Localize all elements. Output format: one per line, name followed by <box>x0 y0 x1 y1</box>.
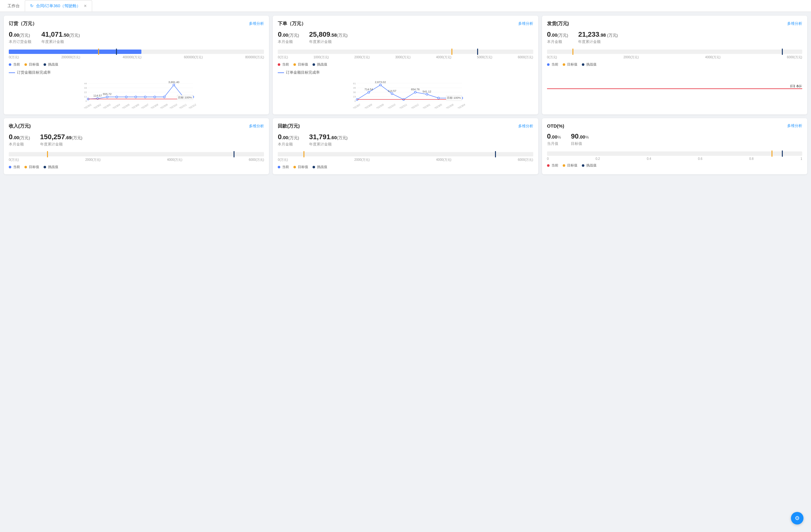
refresh-icon: ↻ <box>30 3 33 8</box>
card-place_order: 下单（万元） 多维分析 0.00(万元) 本月金额 25,809.58(万元) … <box>273 16 538 115</box>
metric-current-value: 0.00(万元) <box>547 30 568 39</box>
legend-row: 当前 目标值 挑战值 <box>9 62 264 67</box>
svg-text:202312: 202312 <box>411 103 419 108</box>
metrics-row: 0.00(万元) 本月订货金额 41,071.50(万元) 年度累计金额 <box>9 30 264 45</box>
svg-text:3,691.40: 3,691.40 <box>168 80 179 84</box>
svg-text:202308: 202308 <box>364 103 373 108</box>
svg-text:202302: 202302 <box>93 103 102 108</box>
metric-current-label: 本月订货金额 <box>9 39 31 45</box>
metric-annual: 150,257.69(万元) 年度累计金额 <box>40 133 82 147</box>
svg-point-28 <box>144 96 146 98</box>
chart-title: 订货金额目标完成率 <box>9 70 264 75</box>
svg-point-65 <box>414 91 416 93</box>
metric-annual-label: 年度累计金额 <box>309 39 348 45</box>
card-link[interactable]: 多维分析 <box>249 123 264 129</box>
card-link[interactable]: 多维分析 <box>787 21 802 26</box>
card-link[interactable]: 多维分析 <box>249 21 264 26</box>
svg-text:541.12: 541.12 <box>423 90 431 93</box>
metric-current-value: 0.00(万元) <box>278 30 299 39</box>
metric-current-value: 0.00(万元) <box>9 30 31 39</box>
dashboard: 订货（万元） 多维分析 0.00(万元) 本月订货金额 41,071.50(万元… <box>0 12 811 178</box>
card-revenue: 收入(万元) 多维分析 0.00(万元) 本月金额 150,257.69(万元)… <box>4 118 269 174</box>
chart-title: 订单金额目标完成率 <box>278 70 533 75</box>
svg-text:555.72: 555.72 <box>103 92 112 96</box>
chart-section: 订货金额目标完成率 0 11 22 33 44 2023012023022023… <box>9 70 264 109</box>
card-title: 下单（万元） <box>278 21 306 27</box>
svg-point-63 <box>391 93 393 95</box>
card-title: 回款(万元) <box>278 123 300 129</box>
svg-point-27 <box>135 96 137 98</box>
svg-text:202304: 202304 <box>457 103 466 108</box>
card-title: 收入(万元) <box>9 123 31 129</box>
svg-text:202308: 202308 <box>150 103 159 108</box>
svg-text:202305: 202305 <box>122 103 131 108</box>
card-header: 订货（万元） 多维分析 <box>9 21 264 27</box>
metric-annual: 25,809.58(万元) 年度累计金额 <box>309 30 348 45</box>
svg-text:2,673.02: 2,673.02 <box>375 80 386 84</box>
tab-contract360-label: 合同/订单360（驾驶舱） <box>36 3 80 8</box>
metric-current-value: 0.00(万元) <box>9 133 30 141</box>
svg-text:22: 22 <box>84 91 87 94</box>
metric-current: 0.00(万元) 本月金额 <box>278 30 299 45</box>
card-header: 发货(万元) 多维分析 <box>547 21 802 27</box>
metric-current-label: 本月金额 <box>547 39 568 45</box>
metrics-row: 0.00(万元) 本月金额 21,233.98 (万元) 年度累计金额 <box>547 30 802 45</box>
metric-annual: 41,071.50(万元) 年度累计金额 <box>41 30 80 45</box>
card-payment: 回款(万元) 多维分析 0.00(万元) 本月金额 31,791.60(万元) … <box>273 118 538 174</box>
svg-point-66 <box>426 93 428 95</box>
metric-current-label: 当月值 <box>547 141 561 147</box>
tab-contract360[interactable]: ↻ 合同/订单360（驾驶舱） ✕ <box>25 0 92 12</box>
svg-point-24 <box>106 96 108 98</box>
card-shipment: 发货(万元) 多维分析 0.00(万元) 本月金额 21,233.98 (万元)… <box>542 16 807 115</box>
svg-text:11: 11 <box>84 95 87 98</box>
metric-current-label: 本月金额 <box>278 142 299 147</box>
svg-text:202305: 202305 <box>434 103 443 108</box>
metric-annual-label: 目标值 <box>571 141 589 147</box>
metric-annual-label: 年度累计金额 <box>309 142 348 147</box>
metric-annual-label: 年度累计金额 <box>578 39 617 45</box>
svg-point-31 <box>173 84 174 86</box>
card-title: OTD(%) <box>547 123 564 128</box>
metric-annual-value: 90.00% <box>571 132 589 140</box>
svg-point-26 <box>125 96 127 98</box>
card-header: 回款(万元) 多维分析 <box>278 123 533 129</box>
metric-current-value: 0.00(万元) <box>278 133 299 141</box>
svg-text:61: 61 <box>353 82 356 85</box>
metric-annual-value: 150,257.69(万元) <box>40 133 82 141</box>
metric-annual: 31,791.60(万元) 年度累计金额 <box>309 133 348 147</box>
svg-point-29 <box>154 96 156 98</box>
card-link[interactable]: 多维分析 <box>787 123 802 128</box>
metrics-row: 0.00% 当月值 90.00% 目标值 <box>547 132 802 147</box>
svg-text:202307: 202307 <box>140 103 149 108</box>
metric-current-value: 0.00% <box>547 132 561 140</box>
metric-current: 0.00(万元) 本月金额 <box>547 30 568 45</box>
card-link[interactable]: 多维分析 <box>518 21 533 26</box>
svg-text:202306: 202306 <box>445 103 454 108</box>
card-title: 订货（万元） <box>9 21 37 27</box>
metric-annual-value: 21,233.98 (万元) <box>578 30 617 39</box>
metric-current: 0.00% 当月值 <box>547 132 561 147</box>
svg-text:15: 15 <box>353 95 356 98</box>
svg-point-30 <box>163 96 165 98</box>
metrics-row: 0.00(万元) 本月金额 150,257.69(万元) 年度累计金额 <box>9 133 264 147</box>
card-link[interactable]: 多维分析 <box>518 123 533 129</box>
svg-point-23 <box>97 97 99 100</box>
svg-text:0: 0 <box>86 100 87 103</box>
svg-text:202310: 202310 <box>387 103 396 108</box>
svg-point-62 <box>380 84 382 86</box>
svg-text:202310: 202310 <box>169 103 178 108</box>
metric-current: 0.00(万元) 本月订货金额 <box>9 30 31 45</box>
legend-row: 当前 目标值 挑战值 <box>547 163 802 168</box>
close-tab-button[interactable]: ✕ <box>84 4 87 8</box>
metric-current: 0.00(万元) 本月金额 <box>278 133 299 147</box>
svg-text:114.57: 114.57 <box>388 89 397 92</box>
tab-workbench[interactable]: 工作台 <box>2 1 25 11</box>
tab-workbench-label: 工作台 <box>7 3 20 8</box>
svg-point-61 <box>368 91 370 93</box>
svg-text:202301: 202301 <box>422 103 431 108</box>
svg-text:202303: 202303 <box>103 103 111 108</box>
metric-annual: 21,233.98 (万元) 年度累计金额 <box>578 30 617 45</box>
card-otd: OTD(%) 多维分析 0.00% 当月值 90.00% 目标值 <box>542 118 807 174</box>
metric-current-label: 本月金额 <box>9 142 30 147</box>
svg-text:目标:100%: 目标:100% <box>447 96 461 100</box>
